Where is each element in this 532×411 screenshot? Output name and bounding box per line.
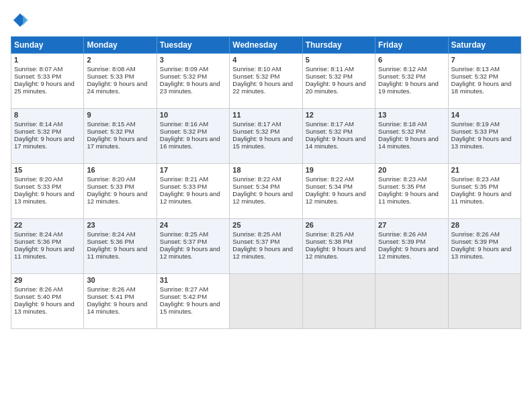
sunset: Sunset: 5:32 PM <box>14 128 61 135</box>
sunrise: Sunrise: 8:20 AM <box>87 175 135 183</box>
calendar-week-1: 1Sunrise: 8:07 AMSunset: 5:33 PMDaylight… <box>11 54 521 109</box>
daylight: Daylight: 9 hours and 12 minutes. <box>306 245 366 260</box>
calendar-week-3: 15Sunrise: 8:20 AMSunset: 5:33 PMDayligh… <box>11 164 521 219</box>
day-number: 25 <box>232 221 299 229</box>
sunrise: Sunrise: 8:25 AM <box>232 230 281 238</box>
calendar-cell: 10Sunrise: 8:16 AMSunset: 5:32 PMDayligh… <box>157 109 229 164</box>
sunset: Sunset: 5:40 PM <box>14 293 61 300</box>
sunrise: Sunrise: 8:10 AM <box>232 65 281 73</box>
calendar-cell <box>375 274 448 329</box>
daylight: Daylight: 9 hours and 17 minutes. <box>87 135 147 150</box>
sunset: Sunset: 5:42 PM <box>160 293 207 300</box>
calendar-cell: 3Sunrise: 8:09 AMSunset: 5:32 PMDaylight… <box>157 54 229 109</box>
sunrise: Sunrise: 8:19 AM <box>451 120 500 128</box>
header-friday: Friday <box>375 37 448 54</box>
day-number: 17 <box>160 166 226 174</box>
calendar-cell: 4Sunrise: 8:10 AMSunset: 5:32 PMDaylight… <box>230 54 302 109</box>
sunset: Sunset: 5:33 PM <box>87 183 134 190</box>
daylight: Daylight: 9 hours and 20 minutes. <box>306 80 366 95</box>
sunrise: Sunrise: 8:25 AM <box>160 230 208 238</box>
daylight: Daylight: 9 hours and 15 minutes. <box>160 300 220 315</box>
sunset: Sunset: 5:39 PM <box>378 238 425 245</box>
sunset: Sunset: 5:32 PM <box>451 73 498 80</box>
sunset: Sunset: 5:41 PM <box>87 293 134 300</box>
sunset: Sunset: 5:34 PM <box>306 183 353 190</box>
calendar-cell: 16Sunrise: 8:20 AMSunset: 5:33 PMDayligh… <box>84 164 157 219</box>
sunset: Sunset: 5:33 PM <box>87 73 134 80</box>
day-number: 8 <box>14 111 81 119</box>
day-number: 12 <box>306 111 372 119</box>
sunrise: Sunrise: 8:21 AM <box>160 175 208 183</box>
sunset: Sunset: 5:35 PM <box>451 183 498 190</box>
day-number: 1 <box>14 56 81 64</box>
day-number: 29 <box>14 276 81 284</box>
daylight: Daylight: 9 hours and 12 minutes. <box>232 245 293 260</box>
day-number: 20 <box>378 166 445 174</box>
sunset: Sunset: 5:37 PM <box>232 238 279 245</box>
sunrise: Sunrise: 8:20 AM <box>14 175 62 183</box>
sunset: Sunset: 5:32 PM <box>87 128 134 135</box>
calendar-cell: 30Sunrise: 8:26 AMSunset: 5:41 PMDayligh… <box>84 274 157 329</box>
calendar-cell: 23Sunrise: 8:24 AMSunset: 5:36 PMDayligh… <box>84 219 157 274</box>
calendar-table: SundayMondayTuesdayWednesdayThursdayFrid… <box>11 36 521 329</box>
calendar-cell: 1Sunrise: 8:07 AMSunset: 5:33 PMDaylight… <box>11 54 84 109</box>
daylight: Daylight: 9 hours and 11 minutes. <box>14 245 75 260</box>
daylight: Daylight: 9 hours and 23 minutes. <box>160 80 220 95</box>
day-number: 3 <box>160 56 226 64</box>
day-number: 23 <box>87 221 153 229</box>
daylight: Daylight: 9 hours and 24 minutes. <box>87 80 147 95</box>
daylight: Daylight: 9 hours and 12 minutes. <box>232 190 293 205</box>
svg-marker-2 <box>23 15 28 26</box>
calendar-cell: 15Sunrise: 8:20 AMSunset: 5:33 PMDayligh… <box>11 164 84 219</box>
day-number: 22 <box>14 221 81 229</box>
calendar-cell: 5Sunrise: 8:11 AMSunset: 5:32 PMDaylight… <box>302 54 375 109</box>
calendar-cell: 6Sunrise: 8:12 AMSunset: 5:32 PMDaylight… <box>375 54 448 109</box>
daylight: Daylight: 9 hours and 13 minutes. <box>14 190 75 205</box>
day-number: 5 <box>306 56 372 64</box>
calendar-cell: 29Sunrise: 8:26 AMSunset: 5:40 PMDayligh… <box>11 274 84 329</box>
sunset: Sunset: 5:32 PM <box>232 128 279 135</box>
sunset: Sunset: 5:33 PM <box>14 73 61 80</box>
day-number: 19 <box>306 166 372 174</box>
day-number: 7 <box>451 56 518 64</box>
day-number: 14 <box>451 111 518 119</box>
sunset: Sunset: 5:36 PM <box>14 238 61 245</box>
sunset: Sunset: 5:33 PM <box>451 128 498 135</box>
daylight: Daylight: 9 hours and 19 minutes. <box>378 80 439 95</box>
daylight: Daylight: 9 hours and 22 minutes. <box>232 80 293 95</box>
sunset: Sunset: 5:36 PM <box>87 238 134 245</box>
logo <box>11 11 32 30</box>
calendar-cell <box>230 274 302 329</box>
calendar-cell: 26Sunrise: 8:25 AMSunset: 5:38 PMDayligh… <box>302 219 375 274</box>
day-number: 13 <box>378 111 445 119</box>
calendar-cell: 9Sunrise: 8:15 AMSunset: 5:32 PMDaylight… <box>84 109 157 164</box>
day-number: 6 <box>378 56 445 64</box>
sunrise: Sunrise: 8:26 AM <box>378 230 427 238</box>
sunrise: Sunrise: 8:14 AM <box>14 120 62 128</box>
daylight: Daylight: 9 hours and 11 minutes. <box>378 190 439 205</box>
header-wednesday: Wednesday <box>230 37 302 54</box>
calendar-cell: 27Sunrise: 8:26 AMSunset: 5:39 PMDayligh… <box>375 219 448 274</box>
sunrise: Sunrise: 8:11 AM <box>306 65 354 73</box>
sunset: Sunset: 5:37 PM <box>160 238 207 245</box>
sunset: Sunset: 5:32 PM <box>232 73 279 80</box>
sunrise: Sunrise: 8:22 AM <box>232 175 281 183</box>
daylight: Daylight: 9 hours and 17 minutes. <box>14 135 75 150</box>
day-number: 11 <box>232 111 299 119</box>
sunrise: Sunrise: 8:26 AM <box>451 230 500 238</box>
header-sunday: Sunday <box>11 37 84 54</box>
sunrise: Sunrise: 8:07 AM <box>14 65 62 73</box>
sunset: Sunset: 5:33 PM <box>160 183 207 190</box>
header-monday: Monday <box>84 37 157 54</box>
calendar-cell: 8Sunrise: 8:14 AMSunset: 5:32 PMDaylight… <box>11 109 84 164</box>
calendar-cell: 14Sunrise: 8:19 AMSunset: 5:33 PMDayligh… <box>448 109 521 164</box>
header <box>11 11 521 30</box>
daylight: Daylight: 9 hours and 12 minutes. <box>87 190 147 205</box>
header-thursday: Thursday <box>302 37 375 54</box>
sunset: Sunset: 5:32 PM <box>160 128 207 135</box>
sunset: Sunset: 5:39 PM <box>451 238 498 245</box>
daylight: Daylight: 9 hours and 12 minutes. <box>306 190 366 205</box>
day-number: 10 <box>160 111 226 119</box>
day-number: 15 <box>14 166 81 174</box>
day-number: 4 <box>232 56 299 64</box>
